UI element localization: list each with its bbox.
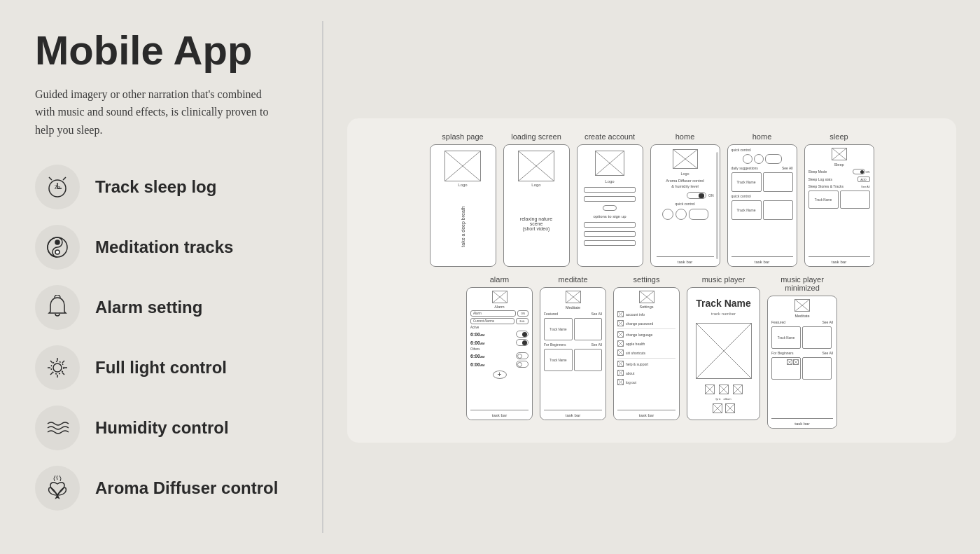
screen-row-1: splash page Logo take a deep breath l [360, 132, 944, 267]
alarm-clock-icon: Zz [45, 174, 70, 200]
screen-label-home1: home [676, 132, 695, 141]
sleep-log-icon-bg: Zz [35, 165, 80, 209]
screen-label-music-player: music player [702, 275, 746, 284]
waves-icon [45, 415, 70, 441]
screen-home1: home Logo Aroma Diffuser control& humidi… [650, 132, 720, 267]
svg-line-11 [62, 373, 64, 375]
screen-sleep: sleep Sleep Sleep Mode [804, 132, 874, 267]
screen-label-create-account: create account [584, 132, 635, 141]
screen-label-meditate: meditate [558, 275, 587, 284]
loading-frame: Logo relaxing naturescene(short video) [503, 144, 570, 267]
svg-line-12 [62, 361, 64, 363]
feature-item-meditation: Meditation tracks [35, 225, 294, 270]
light-icon-bg [35, 345, 80, 390]
screen-home2: home quick control daily suggestions See… [727, 132, 797, 267]
wireframe-container: splash page Logo take a deep breath l [347, 118, 956, 443]
feature-label-alarm: Alarm setting [95, 298, 202, 317]
aroma-icon-bg [35, 466, 80, 511]
alarm-frame: Alarm Alarm ON Current Alarms Edit Activ… [466, 287, 533, 420]
svg-line-13 [50, 373, 52, 375]
screen-music-minimized: music playerminimized Meditate Featured … [767, 275, 837, 429]
screen-label-splash: splash page [442, 132, 483, 141]
music-player-frame: Track Name track number [687, 287, 760, 420]
screen-label-settings: settings [634, 275, 660, 284]
feature-item-humidity: Humidity control [35, 406, 294, 450]
right-panel: splash page Logo take a deep breath l [323, 0, 980, 554]
screen-splash: splash page Logo take a deep breath [430, 132, 496, 267]
screen-label-music-minimized: music playerminimized [780, 275, 824, 292]
screen-music-player: music player Track Name track number [687, 275, 760, 429]
alarm-icon-bg [35, 285, 80, 330]
feature-item-aroma: Aroma Diffuser control [35, 466, 294, 511]
meditate-frame: Meditate Featured See All Track Name [540, 287, 606, 420]
humidity-icon-bg [35, 406, 80, 450]
feature-label-humidity: Humidity control [95, 418, 229, 438]
home2-frame: quick control daily suggestions See All [727, 144, 797, 267]
screen-create-account: create account Logo options to sign up [577, 132, 643, 267]
bell-icon [45, 295, 70, 320]
svg-text:Zz: Zz [55, 184, 61, 191]
lotus-icon [45, 476, 70, 501]
create-account-frame: Logo options to sign up [577, 144, 643, 267]
svg-line-10 [50, 361, 52, 363]
svg-point-3 [55, 240, 59, 244]
screen-label-home2: home [752, 132, 772, 141]
feature-label-meditation: Meditation tracks [95, 237, 233, 257]
screen-meditate: meditate Meditate Featured See All [540, 275, 606, 429]
meditation-icon-bg [35, 225, 80, 270]
subtitle: Guided imagery or other narration that's… [35, 85, 273, 139]
screen-label-alarm: alarm [490, 275, 510, 284]
screen-row-2: alarm Alarm Alarm ON [360, 275, 944, 429]
feature-label-sleep-log: Track sleep log [95, 177, 216, 197]
splash-frame: Logo take a deep breath [430, 144, 496, 267]
music-minimized-frame: Meditate Featured See All Track Name [767, 296, 837, 429]
home1-frame: Logo Aroma Diffuser control& humidity le… [650, 144, 720, 267]
sleep-frame: Sleep Sleep Mode ON Sleep Log stats [804, 144, 874, 267]
settings-frame: Settings account info chan [613, 287, 680, 420]
screen-label-loading: loading screen [511, 132, 561, 141]
page-title: Mobile App [35, 28, 294, 73]
feature-item-light: Full light control [35, 345, 294, 390]
feature-list: Zz Track sleep log Meditation tracks [35, 165, 294, 511]
screen-alarm: alarm Alarm Alarm ON [466, 275, 533, 429]
screen-label-sleep: sleep [830, 132, 848, 141]
svg-point-4 [55, 250, 59, 254]
svg-point-5 [53, 363, 62, 372]
feature-label-light: Full light control [95, 358, 227, 378]
left-panel: Mobile App Guided imagery or other narra… [0, 0, 322, 554]
screen-settings: settings Settings [613, 275, 680, 429]
screen-loading: loading screen Logo relaxing naturescene… [503, 132, 570, 267]
feature-item-alarm: Alarm setting [35, 285, 294, 330]
yin-yang-icon [45, 235, 70, 260]
sun-icon [45, 355, 70, 380]
feature-label-aroma: Aroma Diffuser control [95, 478, 278, 498]
feature-item-sleep-log: Zz Track sleep log [35, 165, 294, 209]
